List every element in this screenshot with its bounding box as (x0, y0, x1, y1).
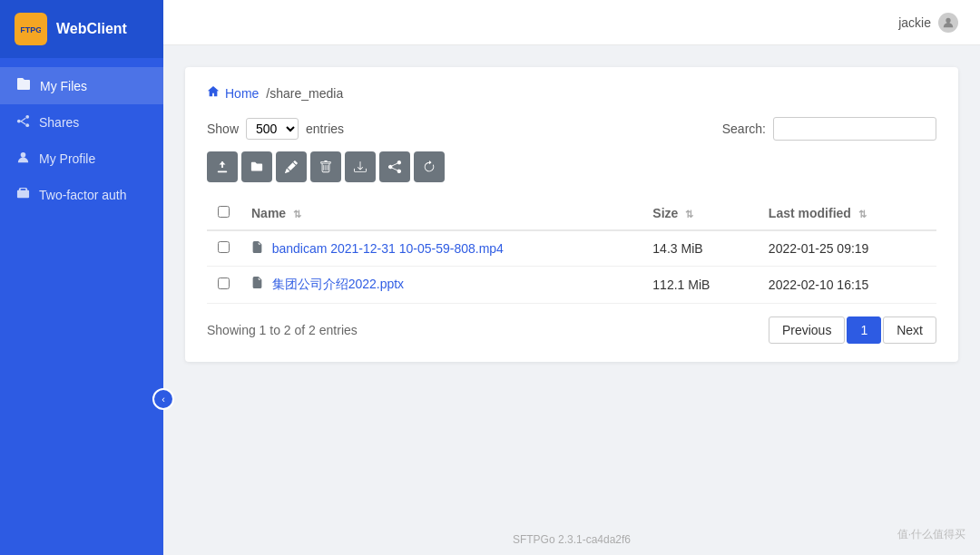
sidebar-item-my-files[interactable]: My Files (0, 67, 163, 104)
svg-point-2 (25, 115, 29, 119)
svg-point-3 (17, 120, 21, 123)
two-factor-icon (16, 187, 30, 203)
table-row: bandicam 2021-12-31 10-05-59-808.mp4 14.… (207, 230, 936, 267)
files-icon (16, 77, 31, 94)
refresh-button[interactable] (414, 151, 445, 182)
app-title: WebClient (56, 21, 127, 37)
breadcrumb: Home /share_media (207, 85, 936, 101)
shares-icon (16, 114, 30, 131)
main-content: jackie Home /share_media Show (163, 0, 980, 555)
svg-point-4 (25, 123, 29, 127)
row-1-checkbox[interactable] (218, 241, 230, 253)
watermark: 值·什么值得买 (897, 527, 965, 542)
row-2-name-cell: 集团公司介绍2022.pptx (240, 267, 642, 304)
rename-button[interactable] (276, 151, 307, 182)
search-label: Search: (722, 122, 766, 136)
entries-select[interactable]: 500 10 25 50 100 (246, 118, 299, 140)
version-text: SFTPGo 2.3.1-ca4da2f6 (513, 533, 631, 546)
showing-text: Showing 1 to 2 of 2 entries (207, 323, 358, 337)
name-sort-icon: ⇅ (293, 209, 301, 219)
modified-column-header[interactable]: Last modified ⇅ (758, 197, 936, 230)
profile-icon (16, 151, 30, 167)
size-sort-icon: ⇅ (685, 209, 693, 219)
entries-label: entries (306, 122, 344, 136)
previous-button[interactable]: Previous (769, 316, 845, 344)
sidebar-item-two-factor-label: Two-factor auth (39, 188, 127, 202)
svg-rect-7 (218, 170, 228, 172)
sidebar-header: SFTPGo WebClient (0, 0, 163, 58)
svg-point-5 (21, 152, 26, 158)
sidebar-item-shares-label: Shares (39, 115, 79, 130)
row-2-checkbox[interactable] (218, 278, 230, 289)
upload-file-button[interactable] (207, 151, 238, 182)
content-area: Home /share_media Show 500 10 25 50 100 … (163, 45, 980, 524)
row-1-modified-cell: 2022-01-25 09:19 (758, 230, 936, 267)
home-icon (207, 85, 220, 101)
topbar: jackie (163, 0, 980, 45)
row-2-size-cell: 112.1 MiB (642, 267, 758, 304)
row-1-size-cell: 14.3 MiB (642, 230, 758, 267)
svg-point-6 (946, 17, 950, 22)
file-icon (251, 242, 267, 256)
share-button[interactable] (379, 151, 410, 182)
svg-text:SFTPGo: SFTPGo (21, 25, 41, 34)
page-1-button[interactable]: 1 (847, 316, 881, 344)
sidebar-item-my-profile[interactable]: My Profile (0, 141, 163, 177)
select-all-checkbox[interactable] (218, 206, 230, 218)
sidebar: SFTPGo WebClient My Files Shares My Prof… (0, 0, 163, 555)
table-row: 集团公司介绍2022.pptx 112.1 MiB 2022-02-10 16:… (207, 267, 936, 304)
table-body: bandicam 2021-12-31 10-05-59-808.mp4 14.… (207, 230, 936, 304)
breadcrumb-path: /share_media (266, 86, 343, 101)
sidebar-item-my-profile-label: My Profile (39, 151, 95, 166)
sidebar-item-my-files-label: My Files (40, 79, 87, 93)
row-1-checkbox-cell[interactable] (207, 230, 240, 267)
pagination-buttons: Previous 1 Next (769, 316, 936, 344)
row-2-file-link[interactable]: 集团公司介绍2022.pptx (272, 277, 405, 291)
file-table: Name ⇅ Size ⇅ Last modified ⇅ (207, 197, 936, 304)
row-1-file-link[interactable]: bandicam 2021-12-31 10-05-59-808.mp4 (272, 241, 504, 256)
search-row: Search: (722, 117, 936, 141)
size-column-header[interactable]: Size ⇅ (642, 197, 758, 230)
username-label: jackie (898, 15, 931, 30)
row-1-name-cell: bandicam 2021-12-31 10-05-59-808.mp4 (240, 230, 642, 267)
footer: SFTPGo 2.3.1-ca4da2f6 (163, 524, 980, 555)
table-header: Name ⇅ Size ⇅ Last modified ⇅ (207, 197, 936, 230)
pagination-row: Showing 1 to 2 of 2 entries Previous 1 N… (207, 316, 936, 344)
download-button[interactable] (345, 151, 376, 182)
next-button[interactable]: Next (883, 316, 936, 344)
show-entries-control: Show 500 10 25 50 100 entries (207, 118, 344, 140)
user-menu[interactable]: jackie (898, 13, 958, 33)
select-all-header[interactable] (207, 197, 240, 230)
file-icon (251, 278, 267, 291)
search-input[interactable] (773, 117, 936, 141)
create-folder-button[interactable] (241, 151, 272, 182)
breadcrumb-home-link[interactable]: Home (225, 86, 259, 101)
user-avatar-icon (938, 13, 958, 33)
sidebar-item-shares[interactable]: Shares (0, 104, 163, 141)
name-column-header[interactable]: Name ⇅ (240, 197, 642, 230)
modified-sort-icon: ⇅ (858, 209, 867, 219)
file-manager-card: Home /share_media Show 500 10 25 50 100 … (185, 67, 958, 362)
app-logo: SFTPGo (15, 13, 47, 45)
toolbar-row: Show 500 10 25 50 100 entries Search: (207, 117, 936, 141)
row-2-modified-cell: 2022-02-10 16:15 (758, 267, 936, 304)
show-label: Show (207, 122, 239, 136)
sidebar-item-two-factor-auth[interactable]: Two-factor auth (0, 177, 163, 213)
action-buttons (207, 151, 936, 182)
sidebar-nav: My Files Shares My Profile Two-factor au… (0, 58, 163, 555)
row-2-checkbox-cell[interactable] (207, 267, 240, 304)
sidebar-collapse-button[interactable]: ‹ (152, 388, 174, 410)
delete-button[interactable] (310, 151, 341, 182)
